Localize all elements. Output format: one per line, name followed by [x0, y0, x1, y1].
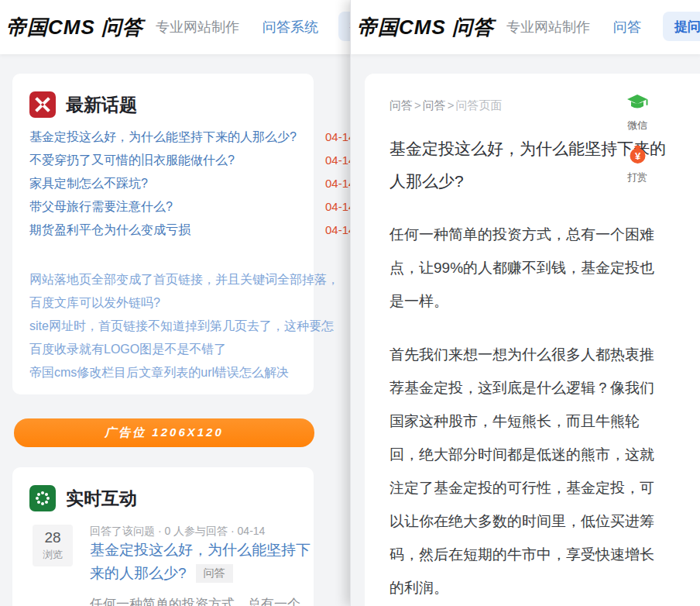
- topic-link[interactable]: 带父母旅行需要注意什么?: [29, 199, 173, 215]
- topic-row: 网站落地页全部变成了首页链接，并且关键词全部掉落，: [29, 272, 362, 295]
- latest-topics-card: 最新话题 基金定投这么好，为什么能坚持下来的人那么少? 04-14 不爱穿扔了又…: [12, 74, 314, 394]
- topic-link[interactable]: 百度收录就有LOGO图是不是不错了: [29, 342, 226, 358]
- ask-question-button[interactable]: 提问: [663, 12, 700, 41]
- nav-item-website-making[interactable]: 专业网站制作: [506, 18, 590, 36]
- left-browser-window: 帝国CMS 问答 专业网站制作 问答系统 提问 最新话题 基金定投这么好，为什么…: [0, 0, 350, 606]
- site-logo[interactable]: 帝国CMS 问答: [357, 14, 494, 41]
- latest-topics-title: 最新话题: [66, 93, 137, 117]
- topic-link[interactable]: 帝国cms修改栏目后文章列表的url错误怎么解决: [29, 365, 289, 381]
- views-count: 28: [44, 529, 60, 546]
- wechat-action[interactable]: 微信: [623, 92, 652, 133]
- question-meta: 回答了该问题 · 0 人参与回答 · 04-14: [90, 525, 314, 539]
- views-counter: 28 浏览: [33, 525, 73, 566]
- latest-topics-icon: [29, 91, 56, 118]
- realtime-interaction-card: 实时互动 28 浏览 回答了该问题 · 0 人参与回答 · 04-14 基金定投…: [12, 467, 314, 606]
- article-paragraph: 首先我们来想一想为什么很多人都热衷推荐基金定投，这到底是什么逻辑？像我们国家这种…: [389, 338, 668, 604]
- nav-item-qa-system[interactable]: 问答系统: [262, 18, 318, 36]
- breadcrumb: 问答>问答>问答页面: [389, 98, 700, 113]
- topic-row: site网址时，首页链接不知道掉到第几页去了，这种要怎: [29, 318, 362, 342]
- article-side-actions: 微信 ¥ 打赏: [623, 92, 652, 195]
- realtime-interaction-icon: [29, 485, 56, 511]
- article-paragraph: 任何一种简单的投资方式，总有一个困难点，让99%的人都赚不到钱，基金定投也是一样…: [389, 218, 668, 318]
- reward-label: 打赏: [623, 170, 652, 184]
- wechat-icon: [625, 102, 650, 115]
- nav-item-website-making[interactable]: 专业网站制作: [156, 18, 239, 36]
- site-logo[interactable]: 帝国CMS 问答: [6, 14, 143, 41]
- svg-text:¥: ¥: [634, 150, 640, 162]
- topic-link[interactable]: 基金定投这么好，为什么能坚持下来的人那么少?: [29, 129, 297, 146]
- reward-icon: ¥: [627, 153, 648, 167]
- topic-row: 带父母旅行需要注意什么? 04-14: [29, 199, 362, 222]
- breadcrumb-current: 问答页面: [456, 98, 503, 112]
- topic-link[interactable]: 不爱穿扔了又可惜的旧衣服能做什么?: [29, 153, 235, 169]
- topic-link[interactable]: 百度文库可以发外链吗?: [29, 295, 160, 312]
- left-site-header: 帝国CMS 问答 专业网站制作 问答系统 提问: [0, 0, 350, 54]
- breadcrumb-item[interactable]: 问答: [389, 98, 413, 112]
- topic-link[interactable]: 家具定制怎么不踩坑?: [29, 176, 148, 192]
- right-browser-window: 帝国CMS 问答 专业网站制作 问答 提问 问答>问答>问答页面 微信: [350, 0, 700, 606]
- realtime-question-body: 回答了该问题 · 0 人参与回答 · 04-14 基金定投这么好，为什么能坚持下…: [90, 525, 314, 606]
- topic-row: 不爱穿扔了又可惜的旧衣服能做什么? 04-14: [29, 153, 362, 176]
- question-category-tag[interactable]: 问答: [196, 564, 233, 583]
- right-site-header: 帝国CMS 问答 专业网站制作 问答 提问: [351, 0, 700, 54]
- views-label: 浏览: [43, 548, 63, 562]
- left-main-nav: 专业网站制作 问答系统: [156, 18, 318, 36]
- nav-item-qa[interactable]: 问答: [613, 18, 641, 36]
- topic-row: 帝国cms修改栏目后文章列表的url错误怎么解决: [29, 365, 362, 388]
- ad-banner-text: 广告位 1206X120: [105, 425, 224, 440]
- breadcrumb-separator: >: [414, 98, 421, 112]
- topic-list-primary: 基金定投这么好，为什么能坚持下来的人那么少? 04-14 不爱穿扔了又可惜的旧衣…: [29, 129, 314, 246]
- topic-link[interactable]: 期货盈利平仓为什么变成亏损: [29, 222, 190, 239]
- topic-row: 百度文库可以发外链吗?: [29, 295, 362, 318]
- right-main-nav: 专业网站制作 问答: [506, 18, 641, 36]
- latest-topics-header: 最新话题: [29, 91, 314, 119]
- ad-banner[interactable]: 广告位 1206X120: [14, 418, 314, 447]
- breadcrumb-item[interactable]: 问答: [423, 98, 446, 112]
- topic-link[interactable]: 网站落地页全部变成了首页链接，并且关键词全部掉落，: [29, 272, 339, 288]
- topic-row: 家具定制怎么不踩坑? 04-14: [29, 176, 362, 199]
- topic-row: 百度收录就有LOGO图是不是不错了: [29, 342, 362, 365]
- topic-row: 基金定投这么好，为什么能坚持下来的人那么少? 04-14: [29, 129, 362, 153]
- topic-row: 期货盈利平仓为什么变成亏损 04-14: [29, 222, 362, 246]
- wechat-label: 微信: [623, 119, 652, 133]
- question-excerpt: 任何一种简单的投资方式，总有一个: [90, 595, 314, 606]
- breadcrumb-separator: >: [448, 98, 455, 112]
- topic-link[interactable]: site网址时，首页链接不知道掉到第几页去了，这种要怎: [29, 318, 334, 335]
- realtime-question-item: 28 浏览 回答了该问题 · 0 人参与回答 · 04-14 基金定投这么好，为…: [29, 525, 314, 606]
- topic-list-secondary: 网站落地页全部变成了首页链接，并且关键词全部掉落， 百度文库可以发外链吗? si…: [29, 272, 314, 388]
- article-card: 问答>问答>问答页面 微信 ¥: [365, 74, 700, 606]
- realtime-header: 实时互动: [29, 484, 314, 512]
- reward-action[interactable]: ¥ 打赏: [623, 143, 652, 184]
- realtime-title: 实时互动: [66, 487, 137, 511]
